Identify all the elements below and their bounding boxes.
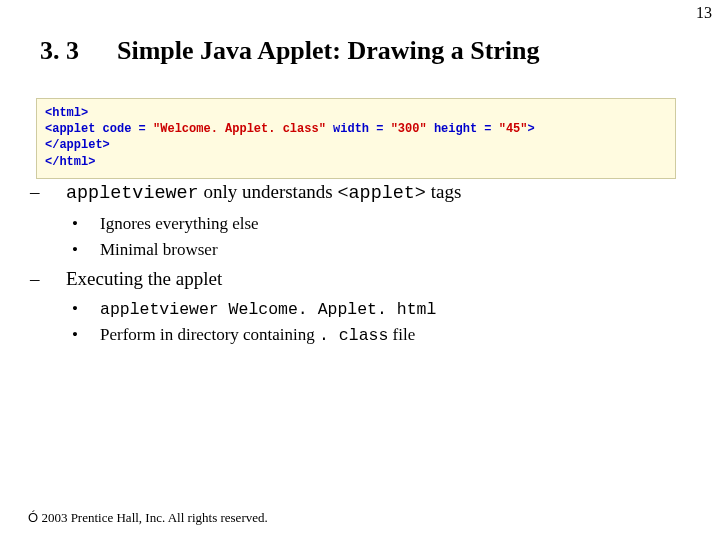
bullet-2-2: •Perform in directory containing . class… — [36, 323, 684, 348]
bullet-1-1: •Ignores everything else — [36, 212, 684, 237]
code-line-2a: <applet code = — [45, 122, 153, 136]
bullet-icon: • — [86, 238, 100, 263]
bullet-1-2: •Minimal browser — [36, 238, 684, 263]
bullet-2-text: Executing the applet — [66, 268, 222, 289]
page-number: 13 — [696, 4, 712, 22]
code-line-2b: width = — [326, 122, 391, 136]
bullet-2-1-code: appletviewer Welcome. Applet. html — [100, 300, 436, 319]
bullet-icon: • — [86, 212, 100, 237]
bullet-1-tail: tags — [426, 181, 461, 202]
code-line-4: </html> — [45, 155, 95, 169]
bullet-1-code-1: appletviewer — [66, 183, 199, 204]
footer-text: 2003 Prentice Hall, Inc. All rights rese… — [41, 510, 267, 525]
code-line-2c: height = — [427, 122, 499, 136]
bullet-2-2-text-a: Perform in directory containing — [100, 325, 319, 344]
heading-number: 3. 3 — [40, 36, 79, 66]
slide-heading: 3. 3Simple Java Applet: Drawing a String — [40, 36, 680, 66]
code-line-3: </applet> — [45, 138, 110, 152]
code-line-2-str1: "Welcome. Applet. class" — [153, 122, 326, 136]
dash-icon: – — [48, 178, 66, 206]
copyright-icon: Ó — [28, 510, 38, 525]
code-block: <html> <applet code = "Welcome. Applet. … — [36, 98, 676, 179]
heading-title: Simple Java Applet: Drawing a String — [117, 36, 540, 65]
code-line-2-str2: "300" — [391, 122, 427, 136]
footer: Ó 2003 Prentice Hall, Inc. All rights re… — [28, 510, 268, 526]
bullet-1-text: only understands — [199, 181, 338, 202]
dash-icon: – — [48, 265, 66, 293]
code-line-2-end: > — [528, 122, 535, 136]
bullet-1-1-text: Ignores everything else — [100, 214, 259, 233]
bullet-1: –appletviewer only understands <applet> … — [36, 178, 684, 208]
bullet-icon: • — [86, 297, 100, 322]
bullet-1-2-text: Minimal browser — [100, 240, 218, 259]
bullet-2-1: •appletviewer Welcome. Applet. html — [36, 297, 684, 322]
bullet-1-code-2: <applet> — [337, 183, 425, 204]
code-line-2-str3: "45" — [499, 122, 528, 136]
code-line-1: <html> — [45, 106, 88, 120]
bullet-2: –Executing the applet — [36, 265, 684, 293]
bullet-2-2-code: . class — [319, 326, 388, 345]
bullet-icon: • — [86, 323, 100, 348]
content-area: –appletviewer only understands <applet> … — [36, 176, 684, 350]
bullet-2-2-text-b: file — [388, 325, 415, 344]
